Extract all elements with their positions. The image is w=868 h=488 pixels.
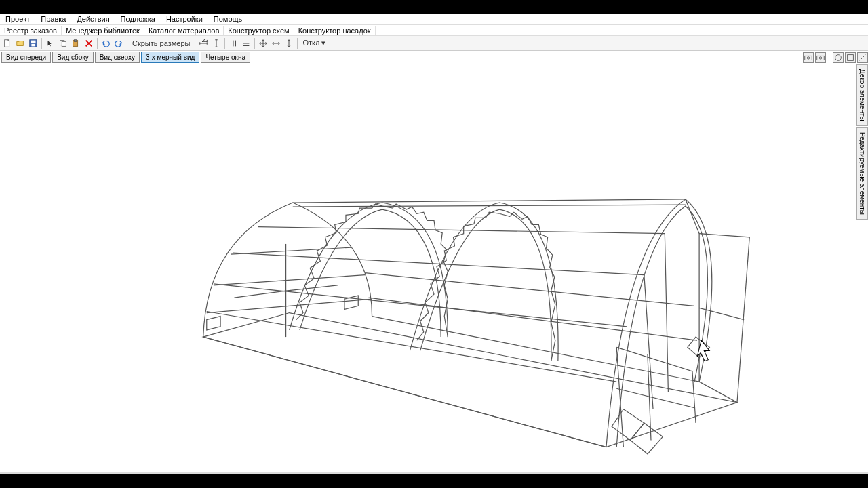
menu-bar: Проект Правка Действия Подложка Настройк… [0, 14, 868, 25]
submenu-library-manager[interactable]: Менеджер библиотек [62, 26, 144, 35]
align-button-1[interactable] [227, 37, 239, 49]
wireframe-model [0, 64, 868, 472]
snap-v-icon [284, 39, 294, 48]
camera-icon [804, 53, 813, 62]
right-view-tools [803, 52, 868, 63]
svg-rect-3 [31, 43, 35, 46]
menu-settings[interactable]: Настройки [161, 14, 208, 24]
dim-h-icon: 22 [199, 39, 208, 48]
toolbar-separator [97, 38, 98, 49]
snap-mode-label: Откл [302, 39, 319, 47]
svg-rect-5 [62, 41, 66, 46]
snap-mode-dropdown[interactable]: Откл ▾ [300, 39, 328, 47]
view-toolbar: Вид спереди Вид сбоку Вид сверху 3-х мер… [0, 51, 868, 64]
dimension-vertical-button[interactable] [210, 37, 222, 49]
copy-button[interactable] [57, 37, 69, 49]
view-four-windows-button[interactable]: Четыре окна [201, 52, 250, 63]
toolbar-separator [127, 38, 127, 49]
tool-icon [858, 53, 867, 62]
tool-button-b[interactable] [845, 52, 856, 63]
redo-button[interactable] [113, 37, 125, 49]
svg-point-12 [819, 56, 822, 59]
dimension-horizontal-button[interactable]: 22 [197, 37, 210, 49]
snap-move-button[interactable] [257, 37, 269, 49]
dim-v-icon [212, 39, 221, 48]
select-button[interactable] [44, 37, 56, 49]
menu-project[interactable]: Проект [0, 14, 35, 24]
cursor-icon [45, 39, 55, 48]
tool-button-a[interactable] [833, 52, 844, 63]
save-button[interactable] [27, 37, 39, 49]
snap-h-icon [271, 39, 281, 48]
delete-button[interactable] [83, 37, 95, 49]
svg-point-13 [835, 54, 842, 60]
undo-button[interactable] [100, 37, 112, 49]
submenu-material-catalog[interactable]: Каталог материалов [144, 26, 224, 35]
move-icon [258, 39, 268, 48]
toolbar-separator [41, 38, 42, 49]
toolbar-separator [224, 38, 225, 49]
undo-icon [101, 39, 111, 48]
open-folder-icon [16, 39, 25, 48]
app-window: Проект Правка Действия Подложка Настройк… [0, 14, 868, 474]
side-tab-edit-elements[interactable]: Редактируемые элементы [856, 127, 868, 220]
menu-underlay[interactable]: Подложка [115, 14, 161, 24]
align-button-2[interactable] [240, 37, 252, 49]
toolbar-separator [254, 38, 255, 49]
camera-button-2[interactable] [815, 52, 826, 63]
open-file-button[interactable] [14, 37, 26, 49]
toolbar-separator [195, 38, 195, 49]
camera-icon [816, 53, 825, 62]
status-bar [0, 472, 868, 474]
svg-rect-14 [848, 54, 854, 60]
spacer [827, 52, 831, 63]
align-icon-2 [241, 39, 251, 48]
hide-dimensions-button[interactable]: Скрыть размеры [130, 39, 193, 47]
snap-h-button[interactable] [270, 37, 282, 49]
view-front-button[interactable]: Вид спереди [1, 52, 51, 63]
toolbar-separator [297, 38, 298, 49]
menu-edit[interactable]: Правка [35, 14, 71, 24]
copy-icon [58, 39, 68, 48]
delete-icon [84, 39, 94, 48]
svg-rect-2 [31, 40, 36, 43]
view-top-button[interactable]: Вид сверху [95, 52, 140, 63]
paste-button[interactable] [70, 37, 82, 49]
svg-text:22: 22 [202, 39, 209, 43]
view-3d-button[interactable]: 3-х мерный вид [141, 52, 199, 63]
new-file-button[interactable] [1, 37, 14, 49]
sub-menu-bar: Реестр заказов Менеджер библиотек Катало… [0, 25, 868, 36]
viewport-3d[interactable]: Декор элементы Редактируемые элементы [0, 64, 868, 472]
paste-icon [71, 39, 81, 48]
menu-help[interactable]: Помощь [208, 14, 248, 24]
new-file-icon [3, 39, 12, 48]
view-side-button[interactable]: Вид сбоку [52, 52, 94, 63]
camera-button-1[interactable] [803, 52, 814, 63]
svg-rect-7 [74, 39, 77, 41]
main-toolbar: Скрыть размеры 22 Откл ▾ [0, 36, 868, 51]
save-icon [28, 39, 38, 48]
side-panel-tabs: Декор элементы Редактируемые элементы [856, 64, 868, 221]
submenu-nozzle-constructor[interactable]: Конструктор насадок [294, 26, 376, 35]
submenu-schema-constructor[interactable]: Конструктор схем [224, 26, 294, 35]
tool-button-c[interactable] [857, 52, 868, 63]
submenu-order-registry[interactable]: Реестр заказов [0, 26, 62, 35]
menu-actions[interactable]: Действия [71, 14, 115, 24]
tool-icon [846, 53, 855, 62]
tool-icon [833, 53, 843, 62]
redo-icon [114, 39, 123, 48]
snap-v-button[interactable] [283, 37, 295, 49]
side-tab-decor[interactable]: Декор элементы [856, 64, 868, 126]
align-icon [229, 39, 238, 48]
svg-point-10 [807, 56, 810, 59]
